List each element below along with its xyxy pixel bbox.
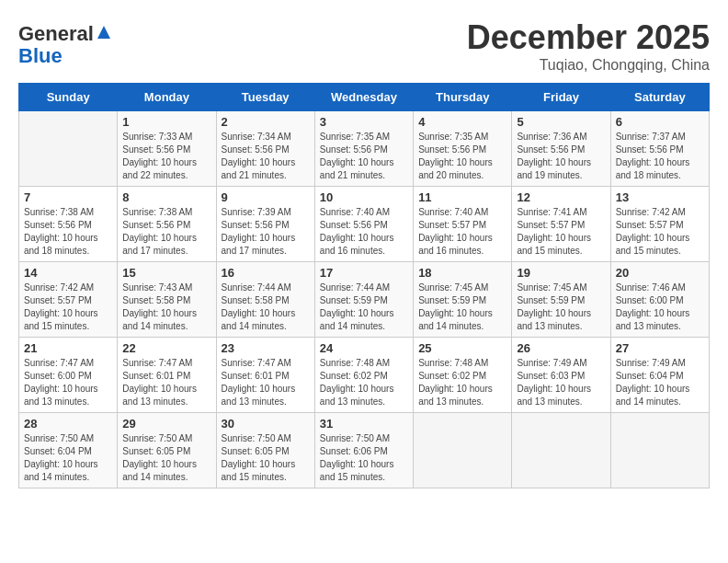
calendar-cell: 23Sunrise: 7:47 AMSunset: 6:01 PMDayligh… (216, 338, 314, 413)
calendar-cell: 14Sunrise: 7:42 AMSunset: 5:57 PMDayligh… (19, 262, 118, 338)
calendar-cell: 21Sunrise: 7:47 AMSunset: 6:00 PMDayligh… (19, 338, 118, 413)
calendar-cell: 6Sunrise: 7:37 AMSunset: 5:56 PMDaylight… (610, 111, 709, 187)
day-info: Sunrise: 7:42 AMSunset: 5:57 PMDaylight:… (616, 206, 704, 258)
calendar-cell: 27Sunrise: 7:49 AMSunset: 6:04 PMDayligh… (610, 338, 709, 413)
calendar-cell: 13Sunrise: 7:42 AMSunset: 5:57 PMDayligh… (610, 187, 709, 262)
day-number: 29 (122, 417, 210, 431)
day-info: Sunrise: 7:39 AMSunset: 5:56 PMDaylight:… (222, 206, 310, 258)
calendar-cell: 22Sunrise: 7:47 AMSunset: 6:01 PMDayligh… (118, 338, 216, 413)
calendar-cell: 24Sunrise: 7:48 AMSunset: 6:02 PMDayligh… (314, 338, 413, 413)
svg-marker-0 (97, 26, 110, 39)
logo-general-text: General (18, 22, 94, 45)
calendar-cell (512, 413, 610, 488)
day-number: 11 (418, 190, 506, 204)
calendar-cell: 28Sunrise: 7:50 AMSunset: 6:04 PMDayligh… (19, 413, 118, 488)
day-info: Sunrise: 7:47 AMSunset: 6:00 PMDaylight:… (24, 357, 112, 408)
day-info: Sunrise: 7:45 AMSunset: 5:59 PMDaylight:… (418, 282, 506, 333)
calendar-cell: 30Sunrise: 7:50 AMSunset: 6:05 PMDayligh… (216, 413, 314, 488)
day-info: Sunrise: 7:50 AMSunset: 6:05 PMDaylight:… (222, 432, 310, 484)
day-number: 13 (616, 190, 704, 204)
header-day-thursday: Thursday (414, 84, 512, 111)
calendar-cell: 1Sunrise: 7:33 AMSunset: 5:56 PMDaylight… (118, 111, 216, 187)
day-number: 1 (122, 115, 210, 129)
day-number: 4 (418, 115, 506, 129)
calendar-header-row: SundayMondayTuesdayWednesdayThursdayFrid… (19, 84, 710, 111)
header-day-monday: Monday (118, 84, 216, 111)
calendar-cell: 5Sunrise: 7:36 AMSunset: 5:56 PMDaylight… (512, 111, 610, 187)
header-day-tuesday: Tuesday (216, 84, 314, 111)
calendar-cell: 19Sunrise: 7:45 AMSunset: 5:59 PMDayligh… (512, 262, 610, 338)
day-info: Sunrise: 7:40 AMSunset: 5:57 PMDaylight:… (418, 206, 506, 258)
day-number: 20 (616, 266, 704, 280)
calendar-cell: 31Sunrise: 7:50 AMSunset: 6:06 PMDayligh… (314, 413, 413, 488)
day-info: Sunrise: 7:48 AMSunset: 6:02 PMDaylight:… (320, 357, 408, 408)
day-number: 3 (320, 115, 408, 129)
day-number: 21 (24, 341, 112, 355)
day-info: Sunrise: 7:49 AMSunset: 6:04 PMDaylight:… (616, 357, 704, 408)
day-info: Sunrise: 7:50 AMSunset: 6:05 PMDaylight:… (122, 432, 210, 484)
day-number: 24 (320, 341, 408, 355)
day-number: 10 (320, 190, 408, 204)
day-number: 26 (517, 341, 605, 355)
calendar-cell (610, 413, 709, 488)
day-number: 16 (222, 266, 310, 280)
day-info: Sunrise: 7:44 AMSunset: 5:59 PMDaylight:… (320, 282, 408, 333)
calendar-cell: 9Sunrise: 7:39 AMSunset: 5:56 PMDaylight… (216, 187, 314, 262)
calendar-cell: 16Sunrise: 7:44 AMSunset: 5:58 PMDayligh… (216, 262, 314, 338)
calendar-cell: 26Sunrise: 7:49 AMSunset: 6:03 PMDayligh… (512, 338, 610, 413)
logo-icon (96, 24, 112, 40)
day-number: 30 (222, 417, 310, 431)
day-info: Sunrise: 7:47 AMSunset: 6:01 PMDaylight:… (122, 357, 210, 408)
calendar-subtitle: Tuqiao, Chongqing, China (467, 57, 710, 74)
calendar-week-row: 7Sunrise: 7:38 AMSunset: 5:56 PMDaylight… (19, 187, 710, 262)
day-number: 23 (222, 341, 310, 355)
calendar-cell (19, 111, 118, 187)
calendar-cell: 4Sunrise: 7:35 AMSunset: 5:56 PMDaylight… (414, 111, 512, 187)
title-block: December 2025 Tuqiao, Chongqing, China (467, 18, 710, 74)
day-number: 18 (418, 266, 506, 280)
day-number: 31 (320, 417, 408, 431)
day-number: 17 (320, 266, 408, 280)
day-number: 12 (517, 190, 605, 204)
logo: General Blue (18, 23, 112, 67)
day-number: 9 (222, 190, 310, 204)
day-number: 6 (616, 115, 704, 129)
logo-blue-text: Blue (18, 44, 63, 67)
calendar-cell: 15Sunrise: 7:43 AMSunset: 5:58 PMDayligh… (118, 262, 216, 338)
calendar-cell: 3Sunrise: 7:35 AMSunset: 5:56 PMDaylight… (314, 111, 413, 187)
day-info: Sunrise: 7:41 AMSunset: 5:57 PMDaylight:… (517, 206, 605, 258)
day-info: Sunrise: 7:33 AMSunset: 5:56 PMDaylight:… (122, 131, 210, 182)
header-day-sunday: Sunday (19, 84, 118, 111)
day-number: 19 (517, 266, 605, 280)
day-info: Sunrise: 7:50 AMSunset: 6:06 PMDaylight:… (320, 432, 408, 484)
calendar-week-row: 21Sunrise: 7:47 AMSunset: 6:00 PMDayligh… (19, 338, 710, 413)
calendar-cell: 25Sunrise: 7:48 AMSunset: 6:02 PMDayligh… (414, 338, 512, 413)
header-day-friday: Friday (512, 84, 610, 111)
day-number: 15 (122, 266, 210, 280)
day-info: Sunrise: 7:45 AMSunset: 5:59 PMDaylight:… (517, 282, 605, 333)
day-info: Sunrise: 7:38 AMSunset: 5:56 PMDaylight:… (122, 206, 210, 258)
calendar-title: December 2025 (467, 18, 710, 57)
calendar-cell: 7Sunrise: 7:38 AMSunset: 5:56 PMDaylight… (19, 187, 118, 262)
day-info: Sunrise: 7:42 AMSunset: 5:57 PMDaylight:… (24, 282, 112, 333)
day-info: Sunrise: 7:48 AMSunset: 6:02 PMDaylight:… (418, 357, 506, 408)
calendar-week-row: 28Sunrise: 7:50 AMSunset: 6:04 PMDayligh… (19, 413, 710, 488)
calendar-cell: 8Sunrise: 7:38 AMSunset: 5:56 PMDaylight… (118, 187, 216, 262)
page-header: General Blue December 2025 Tuqiao, Chong… (18, 18, 710, 74)
day-info: Sunrise: 7:47 AMSunset: 6:01 PMDaylight:… (222, 357, 310, 408)
header-day-saturday: Saturday (610, 84, 709, 111)
day-info: Sunrise: 7:36 AMSunset: 5:56 PMDaylight:… (517, 131, 605, 182)
calendar-cell: 11Sunrise: 7:40 AMSunset: 5:57 PMDayligh… (414, 187, 512, 262)
calendar-cell: 2Sunrise: 7:34 AMSunset: 5:56 PMDaylight… (216, 111, 314, 187)
day-number: 14 (24, 266, 112, 280)
day-info: Sunrise: 7:43 AMSunset: 5:58 PMDaylight:… (122, 282, 210, 333)
day-info: Sunrise: 7:35 AMSunset: 5:56 PMDaylight:… (320, 131, 408, 182)
day-number: 22 (122, 341, 210, 355)
calendar-cell: 12Sunrise: 7:41 AMSunset: 5:57 PMDayligh… (512, 187, 610, 262)
day-info: Sunrise: 7:38 AMSunset: 5:56 PMDaylight:… (24, 206, 112, 258)
day-info: Sunrise: 7:35 AMSunset: 5:56 PMDaylight:… (418, 131, 506, 182)
header-day-wednesday: Wednesday (314, 84, 413, 111)
day-number: 2 (222, 115, 310, 129)
calendar-cell: 10Sunrise: 7:40 AMSunset: 5:56 PMDayligh… (314, 187, 413, 262)
day-info: Sunrise: 7:50 AMSunset: 6:04 PMDaylight:… (24, 432, 112, 484)
